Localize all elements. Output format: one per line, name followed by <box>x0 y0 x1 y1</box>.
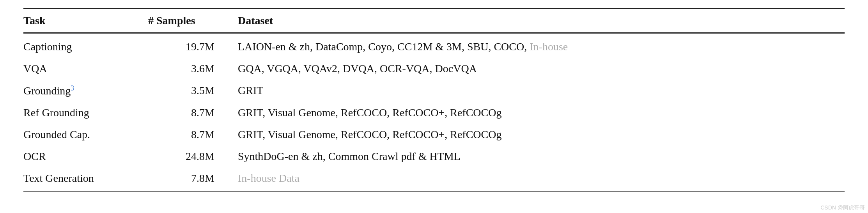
cell-task: Captioning <box>23 33 148 58</box>
cell-dataset: LAION-en & zh, DataComp, Coyo, CC12M & 3… <box>238 33 845 58</box>
superscript-ref: 3 <box>71 84 74 92</box>
cell-task: OCR <box>23 146 148 167</box>
table-row: Grounding33.5MGRIT <box>23 80 845 102</box>
header-samples: # Samples <box>148 9 238 33</box>
data-table: Task # Samples Dataset Captioning19.7MLA… <box>23 8 845 192</box>
table-row: Captioning19.7MLAION-en & zh, DataComp, … <box>23 33 845 58</box>
cell-task: Ref Grounding <box>23 102 148 124</box>
cell-samples: 3.6M <box>148 58 238 80</box>
header-task: Task <box>23 9 148 33</box>
table-row: VQA3.6MGQA, VGQA, VQAv2, DVQA, OCR-VQA, … <box>23 58 845 80</box>
cell-samples: 24.8M <box>148 146 238 167</box>
cell-task: Text Generation <box>23 167 148 191</box>
table-row: Ref Grounding8.7MGRIT, Visual Genome, Re… <box>23 102 845 124</box>
cell-dataset: GQA, VGQA, VQAv2, DVQA, OCR-VQA, DocVQA <box>238 58 845 80</box>
table-row: Text Generation7.8MIn-house Data <box>23 167 845 191</box>
cell-task: Grounded Cap. <box>23 124 148 146</box>
cell-task: Grounding3 <box>23 80 148 102</box>
cell-samples: 7.8M <box>148 167 238 191</box>
dataset-grayed-text: In-house Data <box>238 172 299 184</box>
cell-samples: 8.7M <box>148 102 238 124</box>
table-row: OCR24.8MSynthDoG-en & zh, Common Crawl p… <box>23 146 845 167</box>
cell-dataset: GRIT, Visual Genome, RefCOCO, RefCOCO+, … <box>238 102 845 124</box>
watermark: CSDN @阿虎哥哥 <box>820 204 865 211</box>
cell-dataset: GRIT, Visual Genome, RefCOCO, RefCOCO+, … <box>238 124 845 146</box>
cell-dataset: GRIT <box>238 80 845 102</box>
table-header-row: Task # Samples Dataset <box>23 9 845 33</box>
dataset-grayed-text: In-house <box>530 41 568 53</box>
dataset-text: LAION-en & zh, DataComp, Coyo, CC12M & 3… <box>238 41 530 53</box>
header-dataset: Dataset <box>238 9 845 33</box>
table-row: Grounded Cap.8.7MGRIT, Visual Genome, Re… <box>23 124 845 146</box>
cell-dataset: SynthDoG-en & zh, Common Crawl pdf & HTM… <box>238 146 845 167</box>
cell-dataset: In-house Data <box>238 167 845 191</box>
cell-task: VQA <box>23 58 148 80</box>
cell-samples: 8.7M <box>148 124 238 146</box>
cell-samples: 19.7M <box>148 33 238 58</box>
cell-samples: 3.5M <box>148 80 238 102</box>
